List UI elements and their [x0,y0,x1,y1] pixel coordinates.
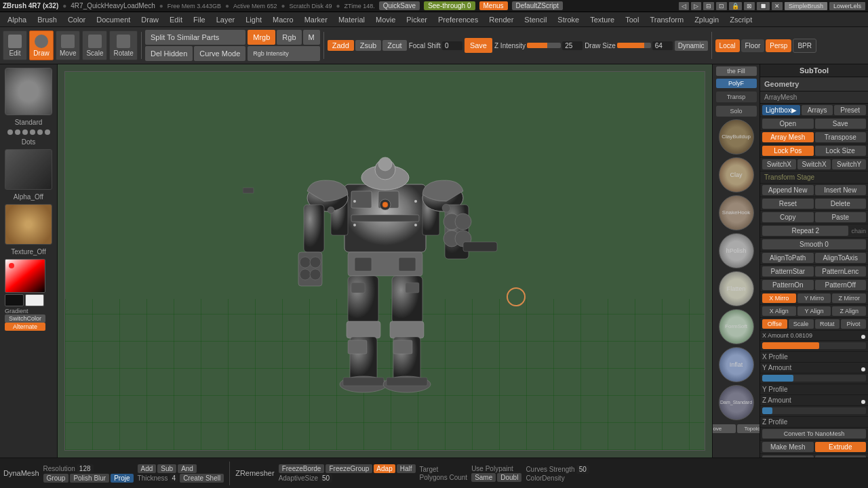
default-script-button[interactable]: DefaultZScript [512,1,563,10]
append-new-button[interactable]: Append New [762,185,814,195]
alternate-button[interactable]: Alternate [5,323,45,331]
lock-size-button[interactable]: Lock Size [815,146,867,156]
switch-x2-button[interactable]: SwitchX [797,159,831,169]
make-mesh-button[interactable]: Make Mesh [762,442,814,452]
scale-rp-button[interactable]: Scale [789,319,814,329]
thickness-value[interactable]: 4 [170,474,179,483]
lower-lels-button[interactable]: LowerLels [829,2,865,10]
open-button[interactable]: Open [762,119,814,129]
freeze-borders-button[interactable]: FreezeBorde [279,464,325,473]
rotate-button[interactable]: Rotate [109,30,137,60]
dam-standard-brush[interactable]: Dam_Standard [719,385,754,420]
freeze-groups-button[interactable]: FreezeGroup [326,464,372,473]
z-mirror-button[interactable]: Z Mirror [832,293,866,303]
menu-layer[interactable]: Layer [212,14,240,25]
menu-tool[interactable]: Tool [620,14,644,25]
draw-size-slider[interactable] [617,43,651,48]
delete-button[interactable]: Delete [815,199,867,209]
clay-buildup-brush[interactable]: ClayBuildup [719,119,754,155]
reset-button[interactable]: Reset [762,199,814,209]
repeat-button[interactable]: Repeat 2 [762,226,848,236]
switch-x1-button[interactable]: SwitchX [762,159,796,169]
quicksave-button[interactable]: QuickSave [379,1,420,10]
preset-button[interactable]: Preset [834,105,866,115]
add-button[interactable]: Add [138,464,157,473]
mrgb-button[interactable]: Mrgb [248,30,275,45]
solo-button[interactable]: Solo [716,106,757,117]
x-mirror-button[interactable]: X Mirro [762,293,796,303]
pattern-star-button[interactable]: PatternStar [762,266,814,277]
pattern-off-button[interactable]: PatternOff [815,280,867,290]
y-mirror-button[interactable]: Y Mirro [797,293,831,303]
lock-pos-button[interactable]: Lock Pos [762,146,814,156]
z-intensity-slider[interactable] [527,43,561,48]
draw-button[interactable]: Draw [29,30,54,60]
icon1[interactable]: ◁ [679,2,689,10]
adap-button[interactable]: Adap [374,464,395,473]
double-button[interactable]: Doubl [497,473,521,482]
menus-button[interactable]: Menus [479,1,508,10]
menu-light[interactable]: Light [241,14,267,25]
icon7[interactable]: 🔲 [757,2,770,10]
zadd-button[interactable]: Zadd [328,40,354,51]
swatch-black[interactable] [5,294,24,306]
rotate-rp-button[interactable]: Rotat [815,319,840,329]
copy-button[interactable]: Copy [762,212,814,222]
icon8[interactable]: ✕ [772,2,783,10]
resolution-value[interactable]: 128 [77,464,94,473]
menu-zplugin[interactable]: Zplugin [690,14,724,25]
menu-alpha[interactable]: Alpha [3,14,31,25]
z-intensity-value[interactable]: 25 [562,41,583,50]
align-to-axis-button[interactable]: AlignToAxis [815,253,867,263]
icon3[interactable]: ⊟ [703,2,714,10]
bpr-button[interactable]: BPR [793,39,816,53]
snake-hook-brush[interactable]: SnakeHook [719,195,754,230]
floor-button[interactable]: Floor [741,39,765,52]
switch-color-button[interactable]: SwitchColor [5,314,45,323]
pattern-lenc-button[interactable]: PatternLenc [815,266,867,277]
focal-shift-value[interactable]: 0 [442,41,462,50]
move-button[interactable]: Move [56,30,80,60]
m-button[interactable]: M [303,30,320,45]
form-soft-brush[interactable]: FormSoft [719,309,754,344]
pivot-button[interactable]: Pivot [841,319,866,329]
menu-edit[interactable]: Edit [165,14,187,25]
save-rp-button[interactable]: Save [815,119,867,129]
menu-document[interactable]: Document [92,14,135,25]
menu-render[interactable]: Render [484,14,518,25]
transpose-button[interactable]: Transpose [815,132,867,142]
menu-draw[interactable]: Draw [136,14,163,25]
hpolish-brush[interactable]: hPolish [719,233,754,268]
menu-preferences[interactable]: Preferences [433,14,483,25]
half-button[interactable]: Half [397,464,416,473]
proje-button[interactable]: Proje [111,474,133,483]
icon6[interactable]: ⊠ [744,2,755,10]
angle-button[interactable]: Angle [815,455,867,458]
curve-mode-button[interactable]: Curve Mode [194,46,245,61]
lightbox-button[interactable]: Lightbox▶ [762,105,800,115]
move-button[interactable]: Move [712,424,736,433]
menu-stroke[interactable]: Stroke [553,14,584,25]
y-amount-slider-row[interactable] [760,373,868,384]
see-through-button[interactable]: See-through 0 [424,1,475,10]
menu-color[interactable]: Color [63,14,90,25]
zcut-button[interactable]: Zcut [382,40,406,51]
menu-picker[interactable]: Picker [401,14,432,25]
rgb-button[interactable]: Rgb [277,30,301,45]
x-amount-slider-row[interactable] [760,341,868,352]
draw-size-value[interactable]: 64 [652,41,673,50]
convert-nanomesh-button[interactable]: Convert To NanoMesh [762,429,866,439]
sub-button[interactable]: Sub [157,464,176,473]
align-to-path-button[interactable]: AlignToPath [762,253,814,263]
arrays-button[interactable]: Arrays [802,105,833,115]
and-button[interactable]: And [178,464,197,473]
pattern-on-button[interactable]: PatternOn [762,280,814,290]
inflat-brush[interactable]: Inflat [719,347,754,382]
geometry-section[interactable]: Geometry [760,77,868,92]
texture-preview[interactable] [5,204,52,245]
flatten-brush[interactable]: Flatten [719,271,754,306]
brush-preview[interactable] [5,68,52,115]
extrude-button[interactable]: Extrude [815,442,867,452]
transp-button[interactable]: Transp [716,92,757,102]
z-amount-slider[interactable] [762,407,866,414]
